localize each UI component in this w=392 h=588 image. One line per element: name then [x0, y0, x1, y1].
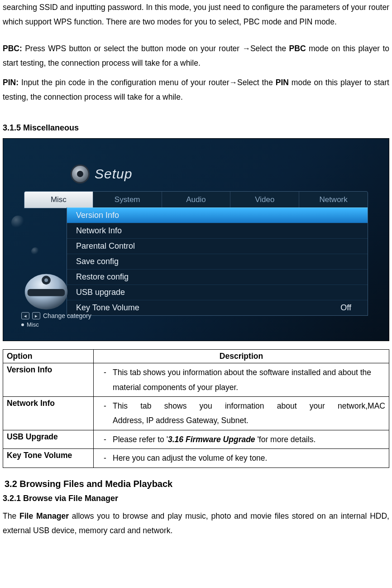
- pbc-paragraph: PBC: Press WPS button or select the butt…: [3, 41, 389, 71]
- menu-item-label: Network Info: [76, 226, 122, 236]
- option-name: USB Upgrade: [3, 430, 94, 448]
- hint-change-category: Change category: [43, 312, 91, 319]
- pbc-label: PBC:: [3, 44, 22, 53]
- option-name: Version Info: [3, 363, 94, 397]
- arrow-icon: →: [229, 78, 238, 87]
- menu-item-label: USB upgrade: [76, 288, 125, 297]
- misc-category-icon: [19, 268, 73, 313]
- svg-rect-1: [28, 289, 65, 296]
- bullet-icon: [21, 323, 24, 326]
- setup-screenshot: Setup Misc System Audio Video Network Ve…: [3, 138, 389, 341]
- table-row: USB Upgrade - Please refer to '3.16 Firm…: [3, 430, 389, 448]
- option-description: - Please refer to '3.16 Firmware Upgrade…: [94, 430, 389, 448]
- desc-text-line1: This tab shows you information about you…: [113, 399, 385, 413]
- tab-system[interactable]: System: [93, 192, 162, 208]
- menu-item-label: Restore config: [76, 272, 129, 282]
- table-row: Key Tone Volume - Here you can adjust th…: [3, 449, 389, 468]
- pbc-text-b: Select the: [250, 44, 289, 53]
- desc-text: Here you can adjust the volume of key to…: [113, 453, 267, 463]
- tab-network[interactable]: Network: [299, 192, 368, 208]
- desc-text: This tab shows you information about the…: [113, 368, 371, 391]
- menu-item-label: Key Tone Volume: [76, 303, 139, 313]
- menu-item-label: Save config: [76, 257, 119, 266]
- option-description: - Here you can adjust the volume of key …: [94, 449, 389, 468]
- heading-miscellaneous: 3.1.5 Miscellaneous: [3, 123, 389, 133]
- menu-item-label: Version Info: [76, 211, 119, 220]
- pin-bold: PIN: [276, 78, 289, 87]
- heading-file-manager: 3.2.1 Browse via File Manager: [3, 494, 389, 503]
- tab-audio[interactable]: Audio: [162, 192, 231, 208]
- menu-item-save-config[interactable]: Save config: [67, 254, 368, 269]
- desc-ref: 3.16 Firmware Upgrade: [168, 435, 255, 444]
- dash-icon: -: [97, 399, 113, 428]
- desc-text-pre: Please refer to ': [113, 435, 168, 444]
- pin-text-b: Select the: [237, 78, 276, 87]
- option-name: Network Info: [3, 397, 94, 430]
- menu-item-usb-upgrade[interactable]: USB upgrade: [67, 284, 368, 300]
- menu-item-version-info[interactable]: Version Info: [67, 207, 368, 223]
- hint-current-category: Misc: [27, 321, 39, 328]
- table-header-row: Option Description: [3, 350, 389, 363]
- pin-paragraph: PIN: Input the pin code in the configura…: [3, 75, 389, 105]
- setup-menu-list: Version Info Network Info Parental Contr…: [67, 207, 368, 316]
- right-key-icon: ▸: [32, 312, 40, 319]
- dash-icon: -: [97, 451, 113, 465]
- setup-title: Setup: [95, 166, 132, 182]
- tab-misc[interactable]: Misc: [24, 192, 93, 208]
- svg-point-3: [44, 279, 48, 282]
- heading-browsing-files: 3.2 Browsing Files and Media Playback: [5, 479, 389, 489]
- menu-item-label: Parental Control: [76, 241, 135, 251]
- pbc-text-a: Press WPS button or select the button mo…: [22, 44, 243, 53]
- file-manager-paragraph: The File Manager allows you to browse an…: [3, 509, 389, 538]
- option-description: - This tab shows you information about t…: [94, 363, 389, 397]
- option-description: - This tab shows you information about y…: [94, 397, 389, 430]
- options-table: Option Description Version Info - This t…: [3, 349, 389, 468]
- arrow-icon: →: [242, 44, 250, 53]
- description-header: Description: [94, 350, 389, 363]
- dash-icon: -: [97, 432, 113, 447]
- desc-text-line2: Address, IP address Gateway, Subnet.: [113, 413, 385, 428]
- option-name: Key Tone Volume: [3, 449, 94, 468]
- menu-item-value: Off: [340, 303, 351, 313]
- option-header: Option: [3, 350, 94, 363]
- pin-text-a: Input the pin code in the configuration …: [19, 78, 229, 87]
- setup-hint: ◂ ▸ Change category Misc: [21, 312, 91, 328]
- fm-bold: File Manager: [19, 511, 69, 521]
- left-key-icon: ◂: [21, 312, 29, 319]
- table-row: Network Info - This tab shows you inform…: [3, 397, 389, 430]
- menu-item-restore-config[interactable]: Restore config: [67, 269, 368, 284]
- tab-video[interactable]: Video: [230, 192, 299, 208]
- menu-item-network-info[interactable]: Network Info: [67, 223, 368, 238]
- intro-paragraph: searching SSID and inputting password. I…: [3, 0, 389, 29]
- pin-label: PIN:: [3, 78, 19, 87]
- dash-icon: -: [97, 365, 113, 395]
- table-row: Version Info - This tab shows you inform…: [3, 363, 389, 397]
- fm-text-a: The: [3, 511, 19, 521]
- pbc-bold: PBC: [289, 44, 306, 53]
- setup-tabs: Misc System Audio Video Network: [24, 191, 368, 208]
- desc-text-post: 'for more details.: [255, 435, 316, 444]
- gear-icon: [72, 166, 88, 182]
- setup-title-row: Setup: [72, 166, 132, 182]
- menu-item-key-tone-volume[interactable]: Key Tone Volume Off: [67, 300, 368, 315]
- menu-item-parental-control[interactable]: Parental Control: [67, 238, 368, 254]
